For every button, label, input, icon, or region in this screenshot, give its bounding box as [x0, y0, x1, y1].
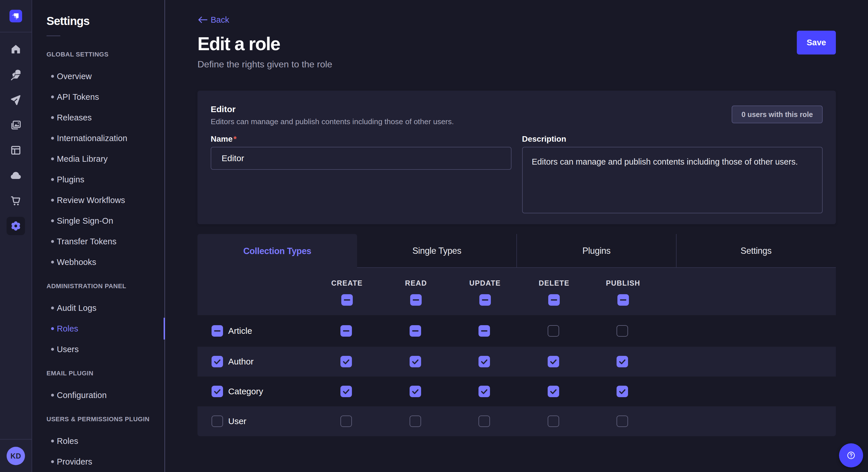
sidebar-item-providers[interactable]: Providers [32, 451, 164, 472]
nav-item-paper-plane[interactable] [7, 91, 25, 109]
main-content: Back Edit a role Save Define the rights … [165, 0, 868, 472]
bullet-icon [51, 178, 54, 181]
minus-icon [617, 294, 629, 306]
article-create-checkbox[interactable] [340, 325, 352, 337]
name-input[interactable] [211, 147, 512, 170]
sidebar-item-media-library[interactable]: Media Library [32, 148, 164, 169]
role-description-text: Editors can manage and publish contents … [211, 116, 823, 127]
back-link[interactable]: Back [197, 14, 229, 25]
bullet-icon [51, 261, 54, 264]
user-read-checkbox[interactable] [410, 415, 421, 427]
author-publish-checkbox[interactable] [617, 356, 628, 367]
minus-icon [548, 294, 560, 306]
permission-cell [381, 415, 450, 427]
nav-item-home[interactable] [7, 40, 25, 59]
column-header-update: UPDATE [451, 279, 520, 287]
bullet-icon [51, 240, 54, 243]
permission-cell [588, 356, 657, 367]
sidebar-item-single-sign-on[interactable]: Single Sign-On [32, 210, 164, 231]
check-icon [410, 356, 421, 367]
tab-collection-types[interactable]: Collection Types [197, 234, 357, 268]
nav-item-pictures[interactable] [7, 116, 25, 134]
sidebar-item-users[interactable]: Users [32, 339, 164, 360]
sidebar-item-label: Review Workflows [57, 196, 125, 205]
nav-item-layout[interactable] [7, 141, 25, 160]
permission-row-user: User [197, 406, 836, 436]
user-publish-checkbox[interactable] [617, 415, 628, 427]
sidebar-item-releases[interactable]: Releases [32, 107, 164, 128]
check-icon [340, 356, 352, 367]
nav-item-cart[interactable] [7, 192, 25, 210]
sidebar-item-roles[interactable]: Roles [32, 431, 164, 451]
row-checkbox-user[interactable] [212, 415, 223, 427]
sidebar-item-plugins[interactable]: Plugins [32, 169, 164, 190]
sidebar-item-audit-logs[interactable]: Audit Logs [32, 298, 164, 318]
author-read-checkbox[interactable] [410, 356, 421, 367]
article-publish-checkbox[interactable] [617, 325, 628, 337]
permission-cell [450, 325, 519, 337]
row-checkbox-category[interactable] [212, 386, 223, 397]
author-create-checkbox[interactable] [340, 356, 352, 367]
sidebar-item-internationalization[interactable]: Internationalization [32, 128, 164, 148]
page-subtitle: Define the rights given to the role [197, 59, 836, 70]
bullet-icon [51, 96, 54, 98]
user-create-checkbox[interactable] [340, 415, 352, 427]
article-delete-checkbox[interactable] [548, 325, 559, 337]
sidebar-item-roles[interactable]: Roles [32, 318, 164, 339]
article-update-checkbox[interactable] [478, 325, 490, 337]
sidebar-item-webhooks[interactable]: Webhooks [32, 252, 164, 272]
permission-cell [381, 386, 450, 397]
nav-item-gear[interactable] [7, 217, 25, 235]
check-icon [478, 386, 490, 397]
permission-cell [381, 325, 450, 337]
check-icon [548, 356, 559, 367]
select-all-publish-checkbox[interactable] [617, 294, 629, 306]
bullet-icon [51, 158, 54, 160]
sidebar-item-review-workflows[interactable]: Review Workflows [32, 190, 164, 210]
permissions-section: Collection TypesSingle TypesPluginsSetti… [197, 234, 836, 436]
nav-item-cloud[interactable] [7, 166, 25, 185]
save-button[interactable]: Save [797, 31, 836, 55]
column-header-read: READ [381, 279, 451, 287]
user-avatar[interactable]: KD [7, 447, 25, 465]
sidebar-item-label: Configuration [57, 391, 107, 400]
row-label-cell: User [197, 415, 312, 427]
tab-plugins[interactable]: Plugins [517, 234, 676, 268]
sidebar-item-overview[interactable]: Overview [32, 66, 164, 87]
select-all-create-checkbox[interactable] [341, 294, 353, 306]
select-all-read-checkbox[interactable] [410, 294, 422, 306]
category-create-checkbox[interactable] [340, 386, 352, 397]
tab-single-types[interactable]: Single Types [357, 234, 517, 268]
sidebar-item-transfer-tokens[interactable]: Transfer Tokens [32, 231, 164, 252]
column-spacer [197, 279, 313, 287]
description-textarea[interactable] [522, 147, 823, 213]
row-checkbox-article[interactable] [212, 325, 223, 337]
row-checkbox-author[interactable] [212, 356, 223, 367]
category-update-checkbox[interactable] [478, 386, 490, 397]
tab-settings[interactable]: Settings [676, 234, 836, 268]
row-label-cell: Category [197, 386, 312, 397]
strapi-logo-icon[interactable] [9, 10, 22, 22]
select-all-update-checkbox[interactable] [479, 294, 491, 306]
category-read-checkbox[interactable] [410, 386, 421, 397]
nav-item-feather[interactable] [7, 65, 25, 84]
help-button[interactable] [839, 443, 863, 467]
article-read-checkbox[interactable] [410, 325, 421, 337]
select-all-delete-checkbox[interactable] [548, 294, 560, 306]
user-delete-checkbox[interactable] [548, 415, 559, 427]
row-label: Author [228, 357, 253, 367]
check-icon [617, 386, 628, 397]
user-update-checkbox[interactable] [478, 415, 490, 427]
sidebar-section-label: ADMINISTRATION PANEL [32, 276, 164, 297]
author-delete-checkbox[interactable] [548, 356, 559, 367]
sidebar-item-label: Plugins [57, 175, 84, 184]
category-publish-checkbox[interactable] [617, 386, 628, 397]
sidebar-item-api-tokens[interactable]: API Tokens [32, 87, 164, 107]
author-update-checkbox[interactable] [478, 356, 490, 367]
role-name-heading: Editor [211, 104, 823, 115]
category-delete-checkbox[interactable] [548, 386, 559, 397]
permission-row-author: Author [197, 347, 836, 376]
users-with-role-button[interactable]: 0 users with this role [732, 105, 823, 123]
sidebar-item-configuration[interactable]: Configuration [32, 385, 164, 405]
check-icon [548, 386, 559, 397]
